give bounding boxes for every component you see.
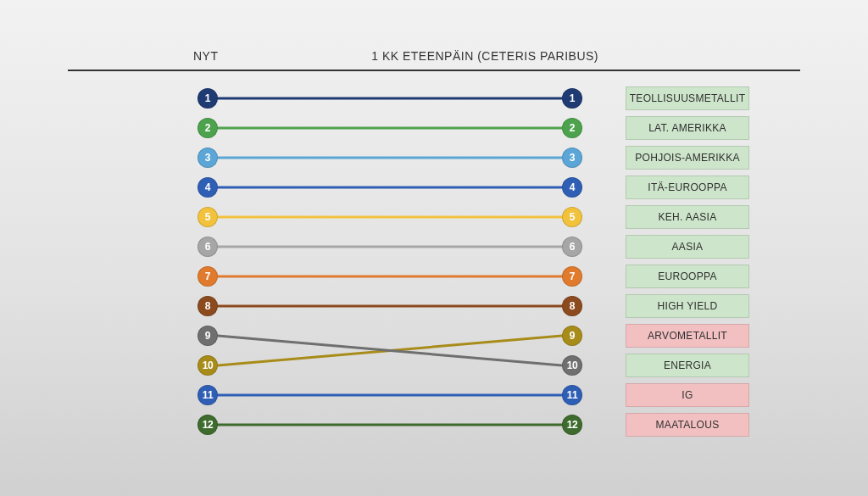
right-rank-4: 4: [562, 177, 582, 198]
label-arvometallit: ARVOMETALLIT: [626, 324, 749, 348]
left-rank-12: 12: [198, 415, 218, 435]
label-it-eurooppa: ITÄ-EUROOPPA: [626, 176, 749, 199]
left-rank-4: 4: [198, 177, 218, 198]
label-maatalous: MAATALOUS: [626, 413, 749, 437]
header-rule: [68, 70, 800, 71]
left-rank-7: 7: [198, 266, 218, 287]
left-rank-1: 1: [198, 88, 218, 109]
right-rank-5: 5: [562, 207, 582, 227]
label-high-yield: HIGH YIELD: [626, 294, 749, 318]
label-pohjois-amerikka: POHJOIS-AMERIKKA: [626, 146, 749, 170]
right-rank-8: 8: [562, 296, 582, 316]
label-teollisuusmetallit: TEOLLISUUSMETALLIT: [626, 86, 749, 110]
right-rank-6: 6: [562, 237, 582, 257]
right-rank-12: 12: [562, 415, 582, 435]
left-rank-9: 9: [198, 326, 218, 346]
header-left: NYT: [193, 49, 219, 63]
connector-energia: [218, 336, 562, 365]
left-rank-10: 10: [198, 355, 218, 376]
label-eurooppa: EUROOPPA: [626, 265, 749, 288]
right-rank-7: 7: [562, 266, 582, 287]
right-rank-11: 11: [562, 385, 582, 405]
right-rank-3: 3: [562, 148, 582, 168]
right-rank-1: 1: [562, 88, 582, 109]
header-right: 1 KK ETEENPÄIN (CETERIS PARIBUS): [371, 49, 598, 63]
left-rank-5: 5: [198, 207, 218, 227]
right-rank-10: 10: [562, 355, 582, 376]
right-rank-9: 9: [562, 326, 582, 346]
left-rank-8: 8: [198, 296, 218, 316]
left-rank-3: 3: [198, 148, 218, 168]
left-rank-11: 11: [198, 385, 218, 405]
connector-arvometallit: [218, 336, 562, 365]
label-ig: IG: [626, 383, 749, 407]
left-rank-6: 6: [198, 237, 218, 257]
label-energia: ENERGIA: [626, 354, 749, 377]
label-aasia: AASIA: [626, 235, 749, 259]
left-rank-2: 2: [198, 118, 218, 138]
right-rank-2: 2: [562, 118, 582, 138]
label-lat-amerikka: LAT. AMERIKKA: [626, 116, 749, 140]
label-keh-aasia: KEH. AASIA: [626, 205, 749, 229]
